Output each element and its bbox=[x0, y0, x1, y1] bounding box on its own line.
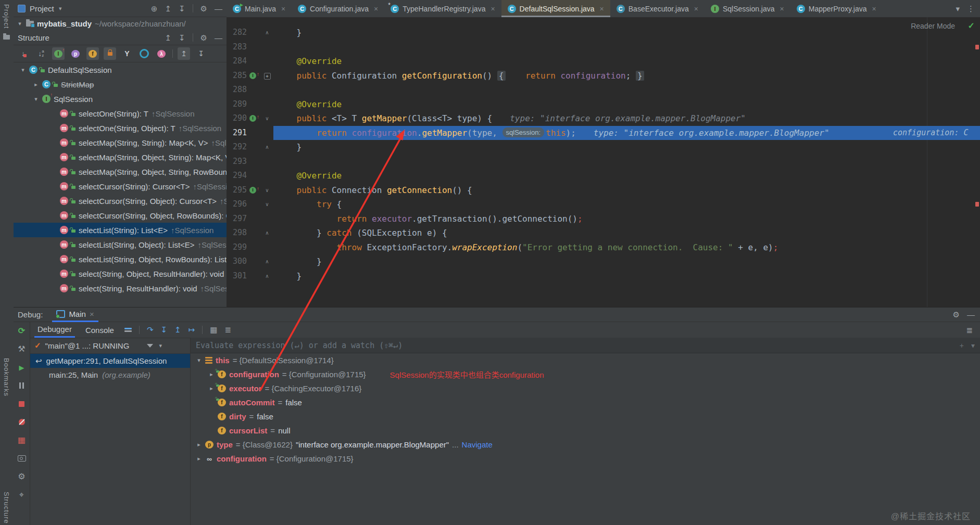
settings-icon[interactable]: ⚙ bbox=[17, 472, 27, 481]
code-line-297[interactable]: 297 return executor.getTransaction().get… bbox=[227, 212, 980, 226]
line-number[interactable]: 298 bbox=[227, 226, 247, 240]
debug-session-tab-main[interactable]: Main × bbox=[52, 308, 98, 322]
chevron-down-icon[interactable]: ▾ bbox=[33, 96, 39, 103]
chevron-down-icon[interactable]: ▾ bbox=[196, 357, 202, 364]
settings-icon[interactable]: ⚙ bbox=[200, 5, 207, 12]
layout-settings-icon[interactable]: ≣ bbox=[224, 325, 231, 335]
structure-item[interactable]: mselect(String, ResultHandler): void ↑Sq… bbox=[14, 281, 227, 296]
code-area[interactable]: Reader Mode ✓ 282∧ }283284 @Override285I… bbox=[227, 17, 980, 307]
line-number[interactable]: 297 bbox=[227, 212, 247, 226]
sort-by-visibility-icon[interactable]: ↓ bbox=[18, 47, 30, 60]
structure-item[interactable]: mselectList(String, Object): List<E> ↑Sq… bbox=[14, 237, 227, 252]
line-number[interactable]: 289 bbox=[227, 97, 247, 112]
line-number[interactable]: 293 bbox=[227, 155, 247, 169]
fold-marker[interactable]: ∧ bbox=[263, 140, 271, 155]
structure-item[interactable]: mselectOne(String, Object): T ↑SqlSessio… bbox=[14, 121, 227, 135]
chevron-right-icon[interactable]: ▸ bbox=[196, 455, 202, 462]
line-number[interactable]: 284 bbox=[227, 54, 247, 69]
layout-icon[interactable]: ≣ bbox=[966, 326, 973, 334]
folded-brace[interactable]: { bbox=[497, 71, 506, 81]
group-methods-icon[interactable]: Y bbox=[121, 47, 133, 60]
navigate-link[interactable]: Navigate bbox=[462, 440, 493, 449]
stripe-structure-button[interactable]: Structure bbox=[3, 492, 10, 524]
chevron-down-icon[interactable]: ▾ bbox=[157, 342, 164, 349]
line-number[interactable]: 296 bbox=[227, 197, 247, 212]
chevron-right-icon[interactable]: ▸ bbox=[33, 81, 39, 88]
fold-marker[interactable]: ∧ bbox=[263, 269, 271, 284]
code-line-285[interactable]: 285I↑+ public Configuration getConfigura… bbox=[227, 69, 980, 83]
evaluate-expression-bar[interactable]: Evaluate expression (↵) or add a watch (… bbox=[191, 338, 980, 353]
resume-icon[interactable]: ▶ bbox=[17, 363, 27, 372]
code-line-282[interactable]: 282∧ } bbox=[227, 25, 980, 40]
step-into-icon[interactable]: ↧ bbox=[161, 325, 168, 335]
chevron-down-icon[interactable]: ▾ bbox=[17, 20, 23, 27]
code-line-301[interactable]: 301∧ } bbox=[227, 269, 980, 284]
fold-marker[interactable]: ∧ bbox=[263, 25, 271, 40]
expand-all-icon[interactable]: ↥ bbox=[165, 34, 171, 42]
folder-icon[interactable] bbox=[3, 35, 10, 40]
variable-row[interactable]: fdirty= false bbox=[191, 409, 980, 424]
close-icon[interactable]: × bbox=[374, 5, 378, 13]
line-number[interactable]: 282 bbox=[227, 25, 247, 40]
variable-row[interactable]: ▾this= {DefaultSqlSession@1714} bbox=[191, 353, 980, 367]
stack-frame[interactable]: main:25, Main (org.example) bbox=[30, 368, 190, 382]
code-line-288[interactable]: 288 bbox=[227, 83, 980, 97]
chevron-down-icon[interactable]: ▾ bbox=[20, 67, 26, 73]
hide-icon[interactable]: — bbox=[967, 311, 975, 318]
hide-icon[interactable]: — bbox=[215, 34, 222, 42]
fold-marker[interactable]: ∧ bbox=[263, 226, 271, 240]
structure-item[interactable]: mselectCursor(String, Object): Cursor<T>… bbox=[14, 194, 227, 208]
structure-item[interactable]: mselectCursor(String): Cursor<T> ↑SqlSes… bbox=[14, 179, 227, 194]
threads-view-icon[interactable] bbox=[124, 328, 132, 332]
autoscroll-from-source-icon[interactable]: ↧ bbox=[195, 47, 207, 60]
structure-item[interactable]: mselectOne(String): T ↑SqlSession bbox=[14, 106, 227, 121]
sort-alphabetically-icon[interactable]: ↓az bbox=[35, 47, 47, 60]
override-gutter-icon[interactable]: I bbox=[249, 72, 256, 79]
structure-item[interactable]: mselectCursor(String, Object, RowBounds)… bbox=[14, 208, 227, 223]
structure-item[interactable]: ▾CDefaultSqlSession bbox=[14, 62, 227, 77]
structure-item[interactable]: ▸CStrictMap bbox=[14, 77, 227, 92]
stack-frame[interactable]: ↩getMapper:291, DefaultSqlSession bbox=[30, 354, 190, 368]
variable-row[interactable]: ▸fconfiguration= {Configuration@1715}Sql… bbox=[191, 367, 980, 381]
close-icon[interactable]: × bbox=[780, 5, 784, 13]
step-over-icon[interactable]: ↷ bbox=[147, 325, 154, 335]
fold-marker[interactable]: ∨ bbox=[263, 197, 271, 212]
stop-icon[interactable] bbox=[17, 399, 27, 408]
code-line-291[interactable]: 291 return configuration.getMapper(type,… bbox=[227, 126, 980, 140]
line-number[interactable]: 292 bbox=[227, 140, 247, 155]
run-to-cursor-icon[interactable]: ↦ bbox=[189, 325, 195, 335]
structure-item[interactable]: ▾I↑SqlSession bbox=[14, 92, 227, 106]
code-line-296[interactable]: 296∨ try { bbox=[227, 197, 980, 212]
evaluate-expression-icon[interactable]: ▦ bbox=[210, 325, 217, 335]
snapshot-icon[interactable] bbox=[17, 454, 27, 463]
line-number[interactable]: 291 bbox=[227, 126, 247, 140]
code-line-293[interactable]: 293 bbox=[227, 155, 980, 169]
code-line-290[interactable]: 290I↑∨ public <T> T getMapper(Class<T> t… bbox=[227, 111, 980, 126]
chevron-down-icon[interactable]: ▾ bbox=[971, 341, 975, 350]
code-line-292[interactable]: 292∧ } bbox=[227, 140, 980, 155]
show-properties-icon[interactable]: p bbox=[69, 47, 82, 60]
collapse-all-icon[interactable]: ↧ bbox=[179, 34, 185, 42]
override-gutter-icon[interactable]: I bbox=[249, 115, 256, 122]
tab-typehandlerregistry-java[interactable]: C*TypeHandlerRegistry.java× bbox=[384, 0, 501, 17]
show-non-public-icon[interactable] bbox=[104, 47, 116, 60]
close-icon[interactable]: × bbox=[491, 5, 495, 13]
close-icon[interactable]: × bbox=[281, 5, 285, 13]
code-line-300[interactable]: 300∧ } bbox=[227, 254, 980, 269]
variable-row[interactable]: ▸ptype= {Class@1622} "interface org.exam… bbox=[191, 438, 980, 452]
editor[interactable]: C▶Main.java×CConfiguration.java×C*TypeHa… bbox=[227, 0, 980, 307]
add-watch-icon[interactable]: + bbox=[960, 341, 964, 350]
select-opened-file-icon[interactable]: ⊕ bbox=[151, 5, 158, 12]
rerun-icon[interactable]: ⟳ bbox=[17, 326, 27, 336]
fold-marker[interactable]: ∨ bbox=[263, 183, 271, 198]
variable-row[interactable]: fcursorList= null bbox=[191, 424, 980, 438]
show-inherited-icon[interactable]: I↑ bbox=[52, 47, 65, 60]
code-line-299[interactable]: 299 throw ExceptionFactory.wrapException… bbox=[227, 240, 980, 255]
variable-row[interactable]: fautoCommit= false bbox=[191, 395, 980, 409]
filter-icon[interactable] bbox=[147, 344, 153, 348]
structure-item[interactable]: mselectList(String): List<E> ↑SqlSession bbox=[14, 223, 227, 237]
settings-icon[interactable]: ⚙ bbox=[953, 311, 960, 318]
structure-item[interactable]: mselectList(String, Object, RowBounds): … bbox=[14, 252, 227, 266]
close-icon[interactable]: × bbox=[872, 5, 876, 13]
line-number[interactable]: 285 bbox=[227, 69, 247, 83]
